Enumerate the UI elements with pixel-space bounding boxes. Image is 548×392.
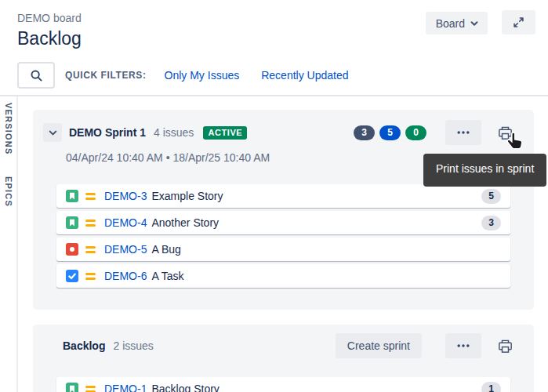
estimate-badge: 3	[481, 216, 501, 230]
left-rail: VERSIONS EPICS	[0, 96, 18, 392]
expand-icon	[513, 16, 524, 28]
backlog-name: Backlog	[63, 339, 105, 352]
sprint-issue-list: DEMO-3 Example Story 5 DEMO-4 Another St…	[56, 184, 510, 288]
header-divider	[0, 95, 548, 96]
backlog-more-button[interactable]	[445, 333, 481, 358]
issue-key-link[interactable]: DEMO-5	[104, 243, 147, 256]
backlog-header: Backlog 2 issues Create sprint	[33, 333, 534, 358]
issue-row[interactable]: DEMO-3 Example Story 5	[56, 184, 510, 208]
board-view-dropdown-label: Board	[436, 17, 465, 30]
search-icon	[30, 69, 43, 82]
page-header: DEMO board Backlog Board QUICK FILTERS: …	[0, 0, 548, 96]
printer-icon	[497, 338, 514, 354]
bug-icon	[66, 243, 78, 256]
estimate-badge-in-progress: 5	[379, 125, 401, 140]
issue-summary: Example Story	[151, 190, 223, 202]
board-view-dropdown[interactable]: Board	[426, 12, 488, 34]
create-sprint-button[interactable]: Create sprint	[336, 333, 422, 358]
issue-key-link[interactable]: DEMO-6	[104, 270, 147, 282]
collapse-sprint-button[interactable]	[43, 123, 62, 142]
backlog-content: DEMO Sprint 1 4 issues ACTIVE 3 5 0	[33, 110, 534, 392]
ellipsis-icon	[455, 125, 471, 140]
sprint-status-badge: ACTIVE	[203, 126, 247, 140]
backlog-issue-count: 2 issues	[113, 339, 153, 352]
chevron-down-icon	[469, 18, 480, 29]
issue-row[interactable]: DEMO-4 Another Story 3	[56, 211, 510, 234]
sprint-header: DEMO Sprint 1 4 issues ACTIVE 3 5 0	[33, 121, 534, 144]
rail-tab-epics[interactable]: EPICS	[4, 176, 13, 207]
issue-key-link[interactable]: DEMO-1	[104, 383, 147, 392]
fullscreen-button[interactable]	[502, 10, 535, 34]
estimate-badge: 5	[481, 189, 501, 204]
priority-medium-icon	[85, 220, 96, 227]
story-icon	[66, 216, 78, 229]
priority-medium-icon	[85, 273, 96, 280]
rail-tab-versions[interactable]: VERSIONS	[4, 103, 13, 154]
story-icon	[66, 383, 78, 392]
quick-filters-label: QUICK FILTERS:	[65, 70, 147, 81]
story-icon	[66, 190, 78, 202]
issue-key-link[interactable]: DEMO-3	[104, 190, 147, 202]
estimate-badge-todo: 3	[354, 125, 375, 140]
priority-medium-icon	[85, 386, 96, 392]
ellipsis-icon	[455, 338, 471, 354]
print-backlog-button[interactable]	[495, 336, 515, 356]
sprint-name: DEMO Sprint 1	[69, 126, 146, 139]
issue-key-link[interactable]: DEMO-4	[104, 216, 147, 229]
filter-only-my-issues[interactable]: Only My Issues	[165, 69, 240, 82]
tooltip-print-issues-in-sprint: Print issues in sprint	[423, 154, 546, 187]
backlog-issue-list: DEMO-1 Backlog Story 1	[56, 377, 510, 392]
estimate-badge: 1	[481, 382, 501, 392]
task-icon	[66, 270, 78, 282]
issue-summary: Backlog Story	[151, 383, 219, 392]
issue-row[interactable]: DEMO-6 A Task	[56, 264, 510, 288]
filter-bar: QUICK FILTERS: Only My Issues Recently U…	[17, 62, 349, 89]
issue-row[interactable]: DEMO-5 A Bug	[56, 238, 510, 261]
sprint-issue-count: 4 issues	[154, 126, 194, 139]
print-sprint-button[interactable]	[495, 122, 515, 143]
estimate-badge-done: 0	[405, 125, 426, 140]
issue-summary: A Bug	[151, 243, 180, 256]
priority-medium-icon	[85, 193, 96, 200]
search-button[interactable]	[17, 62, 55, 89]
filter-recently-updated[interactable]: Recently Updated	[261, 69, 348, 82]
breadcrumb[interactable]: DEMO board	[17, 12, 82, 24]
issue-summary: A Task	[151, 270, 183, 282]
chevron-down-icon	[47, 127, 59, 139]
sprint-more-button[interactable]	[445, 120, 481, 145]
sprint-section: DEMO Sprint 1 4 issues ACTIVE 3 5 0	[33, 110, 534, 310]
priority-medium-icon	[85, 246, 96, 253]
issue-row[interactable]: DEMO-1 Backlog Story 1	[56, 377, 510, 392]
issue-summary: Another Story	[151, 216, 219, 229]
printer-icon	[497, 125, 514, 141]
page-title: Backlog	[17, 28, 82, 49]
backlog-section: Backlog 2 issues Create sprint	[33, 325, 534, 392]
